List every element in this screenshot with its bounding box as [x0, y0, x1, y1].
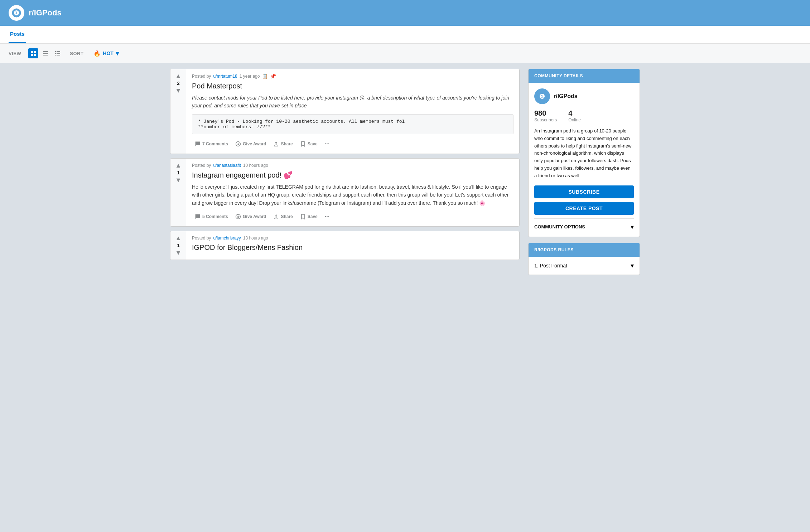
save-label: Save: [308, 214, 318, 219]
save-label: Save: [308, 141, 318, 146]
upvote-button[interactable]: [175, 162, 182, 169]
subscribe-button[interactable]: SUBSCRIBE: [534, 185, 634, 198]
community-details-card: COMMUNITY DETAILS r/IGPods 980: [528, 69, 640, 237]
post-time: 10 hours ago: [243, 163, 268, 168]
create-post-button[interactable]: CREATE POST: [534, 202, 634, 215]
svg-rect-7: [43, 53, 48, 54]
nav-bar: Posts: [0, 26, 810, 44]
svg-point-19: [537, 92, 547, 101]
share-button[interactable]: Share: [270, 212, 295, 222]
chevron-down-icon: [631, 223, 634, 231]
subscribers-stat: 980 Subscribers: [534, 109, 557, 122]
rules-header: R/IGPODS RULES: [529, 243, 640, 257]
rule-item[interactable]: 1. Post Format: [529, 257, 640, 275]
svg-rect-10: [57, 51, 60, 52]
post-author[interactable]: u/anastasiaafit: [213, 163, 241, 168]
more-button[interactable]: ···: [322, 139, 332, 149]
svg-point-0: [12, 8, 21, 18]
post-body: Posted by u/iamchrisrayy 13 hours ago IG…: [186, 231, 519, 260]
vote-count: 1: [177, 243, 179, 248]
community-options[interactable]: COMMUNITY OPTIONS: [534, 218, 634, 231]
vote-column: 1: [170, 231, 186, 260]
community-stats: 980 Subscribers 4 Online: [534, 109, 634, 122]
post-actions: 7 Comments ★ Give Award Share Save ···: [192, 139, 514, 149]
svg-rect-9: [55, 51, 56, 52]
give-award-button[interactable]: ★ Give Award: [232, 139, 269, 149]
post-author[interactable]: u/mrtatum18: [213, 74, 237, 79]
comments-button[interactable]: 5 Comments: [192, 212, 231, 222]
card-view-icon[interactable]: [28, 48, 38, 58]
community-info: r/IGPods: [534, 88, 634, 104]
community-name: r/IGPods: [554, 93, 578, 100]
post-text: Please contact mods for your Pod to be l…: [192, 94, 514, 110]
give-award-button[interactable]: ★ Give Award: [232, 212, 269, 222]
online-label: Online: [568, 117, 581, 122]
svg-text:★: ★: [237, 142, 240, 146]
community-options-label: COMMUNITY OPTIONS: [534, 224, 585, 229]
post-title[interactable]: Pod Masterpost: [192, 82, 514, 90]
svg-point-1: [16, 10, 17, 11]
posted-by-label: Posted by: [192, 74, 211, 79]
svg-rect-5: [34, 54, 36, 56]
downvote-button[interactable]: [175, 177, 182, 183]
give-award-label: Give Award: [243, 214, 266, 219]
share-label: Share: [281, 214, 293, 219]
save-button[interactable]: Save: [297, 212, 320, 222]
badge-pin: 📌: [270, 73, 276, 79]
site-header: r/IGPods: [0, 0, 810, 26]
view-label: VIEW: [9, 51, 21, 56]
compact-view-icon[interactable]: [40, 48, 50, 58]
sort-label: SORT: [70, 51, 83, 56]
posts-column: 2 Posted by u/mrtatum18 1 year ago 📋 📌 P…: [170, 69, 520, 275]
vote-column: 1: [170, 159, 186, 226]
post-body: Posted by u/anastasiaafit 10 hours ago I…: [186, 159, 519, 226]
rules-list: 1. Post Format: [529, 257, 640, 275]
post-author[interactable]: u/iamchrisrayy: [213, 236, 241, 241]
post-card: 2 Posted by u/mrtatum18 1 year ago 📋 📌 P…: [170, 69, 520, 154]
comments-button[interactable]: 7 Comments: [192, 139, 231, 149]
upvote-button[interactable]: [175, 235, 182, 241]
downvote-button[interactable]: [175, 250, 182, 256]
vote-count: 2: [177, 81, 179, 86]
comments-label: 7 Comments: [202, 141, 228, 146]
posted-by-label: Posted by: [192, 163, 211, 168]
downvote-button[interactable]: [175, 87, 182, 94]
community-description: An Instagram pod is a group of 10-20 peo…: [534, 127, 634, 180]
give-award-label: Give Award: [243, 141, 266, 146]
sidebar: COMMUNITY DETAILS r/IGPods 980: [528, 69, 640, 275]
online-count: 4: [568, 109, 581, 117]
vote-count: 1: [177, 170, 179, 175]
svg-rect-14: [57, 55, 60, 55]
sort-button[interactable]: 🔥 HOT: [91, 48, 122, 59]
post-title[interactable]: Instagram engagement pod! 💕: [192, 171, 514, 179]
svg-rect-3: [34, 51, 36, 53]
share-button[interactable]: Share: [270, 139, 295, 149]
site-title: r/IGPods: [29, 8, 62, 18]
post-body: Posted by u/mrtatum18 1 year ago 📋 📌 Pod…: [186, 69, 519, 154]
comments-label: 5 Comments: [202, 214, 228, 219]
toolbar: VIEW SORT 🔥 HOT: [0, 44, 810, 63]
tab-posts[interactable]: Posts: [9, 26, 26, 43]
share-label: Share: [281, 141, 293, 146]
subreddit-logo[interactable]: [9, 5, 24, 21]
upvote-button[interactable]: [175, 73, 182, 79]
rules-card: R/IGPODS RULES 1. Post Format: [528, 243, 640, 275]
svg-text:★: ★: [237, 215, 240, 219]
svg-rect-12: [57, 53, 60, 54]
svg-rect-2: [31, 51, 33, 53]
svg-rect-4: [31, 54, 33, 56]
more-button[interactable]: ···: [322, 211, 332, 222]
post-title[interactable]: IGPOD for Bloggers/Mens Fashion: [192, 243, 514, 252]
list-view-icon[interactable]: [53, 48, 63, 58]
save-button[interactable]: Save: [297, 139, 320, 149]
post-code-block: * Janey's Pod - Looking for 10-20 aesthe…: [192, 114, 514, 134]
post-meta: Posted by u/anastasiaafit 10 hours ago: [192, 163, 514, 168]
svg-rect-13: [55, 55, 56, 55]
badge-clipboard: 📋: [262, 73, 268, 79]
posted-by-label: Posted by: [192, 236, 211, 241]
post-time: 13 hours ago: [243, 236, 268, 241]
online-stat: 4 Online: [568, 109, 581, 122]
community-logo: [534, 88, 550, 104]
community-details-header: COMMUNITY DETAILS: [529, 69, 640, 83]
svg-rect-6: [43, 51, 48, 52]
